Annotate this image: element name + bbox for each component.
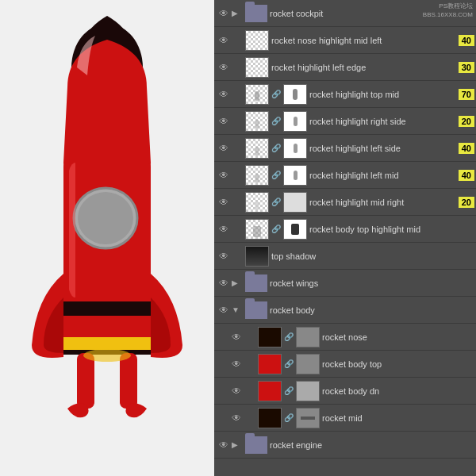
layer-highlight-left-side[interactable]: 👁 ▶ 🔗 rocket highlight left side 40 (214, 135, 476, 162)
opacity-badge: 40 (459, 170, 474, 181)
layer-thumbnail (245, 57, 269, 78)
spacer: ▶ (244, 359, 255, 368)
layer-mask-thumbnail (283, 165, 307, 186)
visibility-toggle[interactable]: 👁 (216, 6, 232, 21)
visibility-toggle[interactable]: 👁 (216, 86, 232, 102)
link-icon: 🔗 (284, 381, 294, 401)
layer-rocket-wings[interactable]: 👁 ▶ rocket wings (214, 270, 476, 297)
opacity-badge: 30 (459, 62, 474, 73)
opacity-badge: 20 (459, 116, 474, 127)
visibility-toggle[interactable]: 👁 (216, 221, 232, 237)
layers-panel: PS教程论坛 BBS.16XX8.COM 👁 ▶ rocket cockpit … (214, 0, 476, 476)
svg-point-9 (83, 349, 131, 362)
layer-label: top shadow (271, 251, 474, 261)
layer-highlight-top-mid[interactable]: 👁 ▶ 🔗 rocket highlight top mid 70 (214, 81, 476, 108)
svg-rect-7 (77, 353, 94, 409)
layer-label: rocket mid (322, 413, 474, 423)
layer-thumbnail (245, 84, 269, 105)
layer-thumbnail (245, 5, 267, 22)
spacer: ▶ (232, 90, 243, 98)
layer-mask-thumbnail (283, 111, 307, 132)
layer-mask-thumbnail (296, 381, 320, 401)
layer-label: rocket highlight left edge (271, 63, 456, 72)
spacer: ▶ (232, 171, 243, 179)
svg-point-3 (78, 192, 133, 244)
layer-rocket-nose-highlight[interactable]: 👁 ▶ rocket nose highlight mid left 40 (214, 27, 476, 54)
layer-thumbnail (258, 381, 282, 401)
link-icon: 🔗 (271, 219, 281, 240)
layer-label: rocket body top (322, 359, 474, 369)
layer-rocket-nose[interactable]: 👁 ▶ 🔗 rocket nose (214, 324, 476, 351)
expand-arrow[interactable]: ▼ (232, 305, 243, 314)
visibility-toggle[interactable]: 👁 (216, 437, 232, 453)
layer-label: rocket highlight top mid (309, 90, 456, 99)
spacer: ▶ (232, 36, 243, 44)
layer-body-top-highlight-mid[interactable]: 👁 ▶ 🔗 rocket body top highlight mid (214, 216, 476, 243)
link-icon: 🔗 (284, 408, 294, 428)
layer-thumbnail (245, 138, 269, 159)
layer-thumbnail (245, 436, 267, 454)
visibility-toggle[interactable]: 👁 (216, 275, 232, 291)
layer-thumbnail (245, 30, 269, 51)
layer-label: rocket body dn (322, 386, 474, 396)
layer-thumbnail (245, 246, 269, 267)
layer-highlight-right-side[interactable]: 👁 ▶ 🔗 rocket highlight right side 20 (214, 108, 476, 135)
visibility-toggle[interactable]: 👁 (216, 167, 232, 183)
layer-mask-thumbnail (283, 219, 307, 240)
layer-mask-thumbnail (283, 138, 307, 159)
link-icon: 🔗 (284, 327, 294, 347)
layer-rocket-body[interactable]: 👁 ▼ rocket body (214, 297, 476, 324)
layer-label: rocket highlight left mid (309, 171, 456, 180)
layer-thumbnail (245, 192, 269, 213)
visibility-toggle[interactable]: 👁 (228, 410, 244, 426)
spacer: ▶ (232, 144, 243, 152)
layer-rocket-mid[interactable]: 👁 ▶ 🔗 rocket mid (214, 405, 476, 432)
layer-thumbnail (245, 165, 269, 186)
layer-highlight-left-mid[interactable]: 👁 ▶ 🔗 rocket highlight left mid 40 (214, 162, 476, 189)
expand-arrow[interactable]: ▶ (232, 278, 243, 287)
layer-label: rocket highlight right side (309, 117, 456, 126)
link-icon: 🔗 (271, 111, 281, 132)
layer-thumbnail (245, 274, 267, 292)
layer-rocket-body-top[interactable]: 👁 ▶ 🔗 rocket body top (214, 351, 476, 378)
visibility-toggle[interactable]: 👁 (216, 248, 232, 264)
layer-mask-thumbnail (296, 408, 320, 428)
layer-rocket-body-dn[interactable]: 👁 ▶ 🔗 rocket body dn (214, 378, 476, 405)
visibility-toggle[interactable]: 👁 (216, 113, 232, 129)
visibility-toggle[interactable]: 👁 (216, 302, 232, 318)
link-icon: 🔗 (271, 192, 281, 213)
layer-highlight-mid-right[interactable]: 👁 ▶ 🔗 rocket highlight mid right 20 (214, 189, 476, 216)
visibility-toggle[interactable]: 👁 (228, 383, 244, 399)
visibility-toggle[interactable]: 👁 (216, 140, 232, 156)
layer-label: rocket body top highlight mid (309, 225, 474, 234)
opacity-badge: 40 (459, 35, 474, 46)
visibility-toggle[interactable]: 👁 (228, 356, 244, 372)
visibility-toggle[interactable]: 👁 (216, 60, 232, 75)
layer-top-shadow[interactable]: 👁 ▶ top shadow (214, 243, 476, 270)
layer-rocket-engine[interactable]: 👁 ▶ rocket engine (214, 432, 476, 459)
opacity-badge: 20 (459, 197, 474, 208)
layer-thumbnail (258, 354, 282, 374)
spacer: ▶ (244, 332, 255, 341)
layer-label: rocket engine (270, 440, 474, 450)
spacer: ▶ (232, 225, 243, 233)
rocket-svg (20, 4, 194, 472)
svg-rect-8 (120, 353, 137, 409)
expand-arrow[interactable]: ▶ (232, 9, 243, 17)
opacity-badge: 70 (459, 89, 474, 100)
spacer: ▶ (244, 413, 255, 422)
layer-highlight-left-edge[interactable]: 👁 ▶ rocket highlight left edge 30 (214, 54, 476, 81)
layer-label: rocket highlight mid right (309, 198, 456, 207)
spacer: ▶ (232, 251, 243, 260)
expand-arrow[interactable]: ▶ (232, 440, 243, 449)
layer-thumbnail (245, 111, 269, 132)
rocket-canvas (0, 0, 214, 476)
svg-rect-4 (63, 301, 151, 316)
visibility-toggle[interactable]: 👁 (216, 194, 232, 210)
link-icon: 🔗 (284, 354, 294, 374)
visibility-toggle[interactable]: 👁 (228, 329, 244, 345)
visibility-toggle[interactable]: 👁 (216, 33, 232, 48)
layer-rocket-cockpit[interactable]: 👁 ▶ rocket cockpit (214, 0, 476, 27)
link-icon: 🔗 (271, 138, 281, 159)
spacer: ▶ (232, 117, 243, 125)
